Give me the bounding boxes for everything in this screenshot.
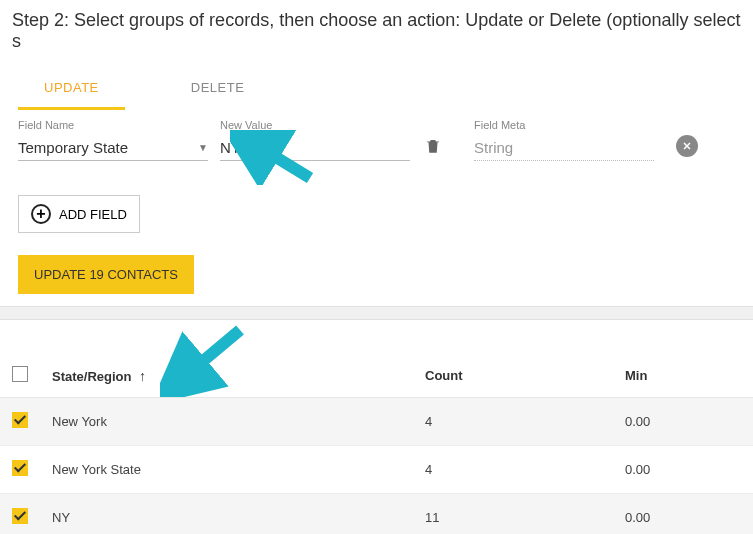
cell-count: 4: [413, 446, 613, 494]
chevron-down-icon: ▼: [198, 142, 208, 153]
row-checkbox[interactable]: [12, 460, 28, 476]
delete-field-button[interactable]: [422, 135, 444, 157]
section-divider: [0, 306, 753, 320]
field-name-label: Field Name: [18, 119, 208, 131]
field-meta-label: Field Meta: [474, 119, 654, 131]
cell-count: 4: [413, 398, 613, 446]
records-table: State/Region ↑ Count Min New York40.00Ne…: [0, 354, 753, 534]
sort-asc-icon: ↑: [139, 368, 146, 384]
step-header: Step 2: Select groups of records, then c…: [0, 0, 753, 66]
cell-min: 0.00: [613, 446, 753, 494]
field-meta-input[interactable]: [474, 135, 654, 161]
select-all-checkbox[interactable]: [12, 366, 28, 382]
trash-icon: [424, 137, 442, 155]
clear-field-button[interactable]: [676, 135, 698, 157]
table-row: NY110.00: [0, 494, 753, 535]
cell-region: NY: [40, 494, 413, 535]
tab-update[interactable]: UPDATE: [18, 66, 125, 110]
col-state-region-label: State/Region: [52, 369, 131, 384]
col-state-region[interactable]: State/Region ↑: [40, 354, 413, 398]
cell-min: 0.00: [613, 398, 753, 446]
field-name-select[interactable]: Temporary State ▼: [18, 135, 208, 161]
field-name-value: Temporary State: [18, 139, 128, 156]
col-count[interactable]: Count: [413, 354, 613, 398]
cell-region: New York State: [40, 446, 413, 494]
field-row: Field Name Temporary State ▼ New Value F…: [18, 119, 735, 161]
cell-min: 0.00: [613, 494, 753, 535]
tab-delete[interactable]: DELETE: [165, 66, 271, 110]
add-field-label: ADD FIELD: [59, 207, 127, 222]
cell-count: 11: [413, 494, 613, 535]
row-checkbox[interactable]: [12, 508, 28, 524]
row-checkbox[interactable]: [12, 412, 28, 428]
table-row: New York State40.00: [0, 446, 753, 494]
add-field-button[interactable]: + ADD FIELD: [18, 195, 140, 233]
new-value-label: New Value: [220, 119, 410, 131]
plus-icon: +: [31, 204, 51, 224]
new-value-input[interactable]: [220, 135, 410, 161]
table-row: New York40.00: [0, 398, 753, 446]
cell-region: New York: [40, 398, 413, 446]
update-contacts-button[interactable]: UPDATE 19 CONTACTS: [18, 255, 194, 294]
col-min[interactable]: Min: [613, 354, 753, 398]
action-tabs: UPDATE DELETE: [18, 66, 735, 111]
close-icon: [681, 140, 693, 152]
